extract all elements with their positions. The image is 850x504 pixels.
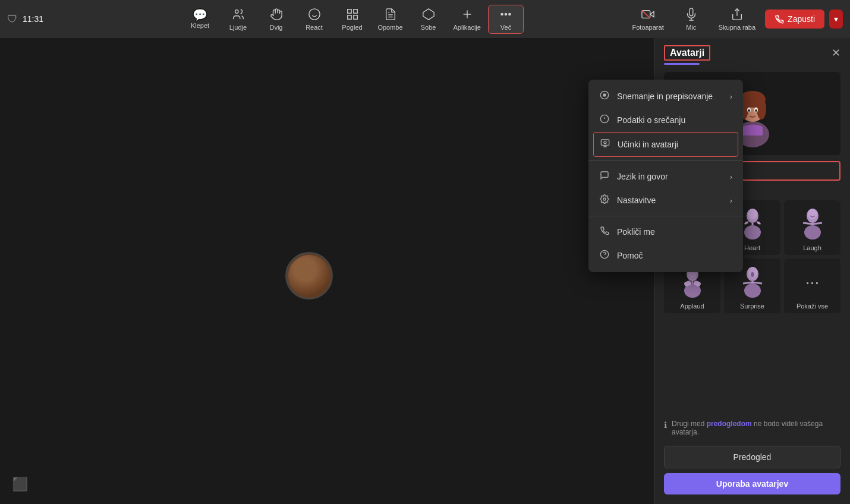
nastavitve-icon [599,194,610,206]
shield-icon: 🛡 [7,13,18,26]
menu-item-podatki[interactable]: Podatki o srečanju [588,108,743,132]
panel-title: Avatarji [664,45,710,61]
dvig-label: Dvig [269,24,282,31]
svg-marker-10 [423,8,433,19]
pogled-label: Pogled [342,24,362,31]
camera-icon [641,8,654,23]
pomoc-icon [599,250,610,262]
svg-point-53 [804,225,821,240]
podatki-icon [599,114,610,126]
time-display: 11:31 [23,14,43,24]
svg-point-36 [757,98,766,119]
aplikacije-label: Aplikacije [454,24,481,31]
jezik-arrow: › [730,172,732,181]
sobe-icon [422,8,435,23]
toolbar-camera[interactable]: Fotoaparat [627,5,668,33]
bottom-buttons: Predogled Uporaba avatarjev [654,441,850,504]
podatki-label: Podatki o srečanju [617,115,685,125]
poklici-label: Pokliči me [617,227,655,237]
bookmark-icon[interactable]: ⬛ [12,477,28,492]
toolbar-vec[interactable]: Več [488,5,524,34]
reaction-pokazi-vse[interactable]: ··· Pokaži vse [784,259,840,313]
menu-divider-2 [588,216,743,216]
toolbar-center: 💬 Klepet Ljudje Dvig [78,5,627,34]
toolbar-dvig[interactable]: Dvig [259,5,294,33]
nastavitve-label: Nastavitve [617,196,656,205]
svg-point-29 [603,198,606,200]
vec-label: Več [500,24,511,31]
use-avatar-button[interactable]: Uporaba avatarjev [664,473,840,494]
menu-item-pomoc[interactable]: Pomoč [588,244,743,267]
info-text: Drugi med predogledom ne bodo videli vaš… [672,420,840,436]
menu-item-nastavitve[interactable]: Nastavitve › [588,188,743,212]
svg-rect-7 [353,15,357,18]
svg-point-0 [235,10,238,13]
menu-item-snemanje[interactable]: Snemanje in prepisovanje › [588,84,743,108]
svg-line-17 [642,10,650,18]
info-highlight: predogledom [707,420,752,428]
menu-item-ucniki[interactable]: Učinki in avatarji [593,132,738,157]
laugh-figure [798,206,827,242]
ucniki-label: Učinki in avatarji [618,140,678,149]
snemanje-arrow: › [730,92,732,101]
react-icon [308,8,321,23]
klepet-label: Klepet [191,22,209,29]
toolbar-opombe[interactable]: Opombe [373,5,408,33]
klepet-icon: 💬 [193,9,207,21]
opombe-icon [384,8,397,23]
menu-item-jezik[interactable]: Jezik in govor › [588,165,743,188]
toolbar-klepet[interactable]: 💬 Klepet [182,7,218,32]
toolbar-share[interactable]: Skupna raba [714,5,760,33]
dropdown-menu: Snemanje in prepisovanje › Podatki o sre… [588,80,743,272]
end-call-label: Zapusti [788,14,815,24]
panel-header: Avatarji ✕ [654,38,850,61]
mic-icon [685,8,698,23]
participant-face [288,255,330,297]
svg-rect-41 [742,127,763,136]
svg-point-70 [751,272,754,277]
end-call-chevron-button[interactable]: ▾ [829,10,843,29]
jezik-label: Jezik in govor [617,172,668,181]
preview-button[interactable]: Predogled [664,446,840,468]
surprise-label: Surprise [740,303,764,310]
nastavitve-arrow: › [730,196,732,205]
mic-label: Mic [686,24,696,31]
svg-line-67 [743,282,753,284]
toolbar-pogled[interactable]: Pogled [335,5,370,33]
toolbar-aplikacije[interactable]: Aplikacije [449,5,486,33]
share-icon [731,8,744,23]
svg-point-65 [744,284,761,298]
svg-line-55 [803,223,813,224]
top-bar: 🛡 11:31 💬 Klepet Ljudje [0,0,850,38]
info-icon: ℹ [664,420,667,430]
svg-point-51 [748,209,757,219]
svg-rect-6 [347,15,351,18]
panel-close-button[interactable]: ✕ [832,46,840,59]
toolbar-sobe[interactable]: Sobe [411,5,446,33]
menu-item-poklici[interactable]: Pokliči me [588,220,743,244]
svg-line-56 [813,223,822,224]
snemanje-icon [599,90,610,102]
svg-rect-5 [353,9,357,12]
svg-point-39 [748,109,750,112]
end-call-button[interactable]: Zapusti [765,10,824,29]
react-label: React [306,24,323,31]
top-bar-right: Fotoaparat Mic Sk [627,5,843,33]
poklici-icon [599,226,610,238]
svg-point-23 [603,94,606,96]
jezik-icon [599,171,610,182]
svg-rect-27 [601,140,609,145]
aplikacije-icon [461,8,474,23]
svg-point-15 [509,13,511,15]
pokazi-vse-figure: ··· [798,264,827,300]
top-bar-left: 🛡 11:31 [7,13,78,26]
opombe-label: Opombe [377,24,402,31]
reaction-laugh[interactable]: Laugh [784,200,840,255]
sobe-label: Sobe [421,24,436,31]
toolbar-react[interactable]: React [297,5,332,33]
vec-icon [499,8,512,23]
toolbar-mic[interactable]: Mic [673,5,709,33]
toolbar-ljudje[interactable]: Ljudje [221,5,256,33]
pomoc-label: Pomoč [617,251,643,260]
svg-point-14 [505,13,507,15]
